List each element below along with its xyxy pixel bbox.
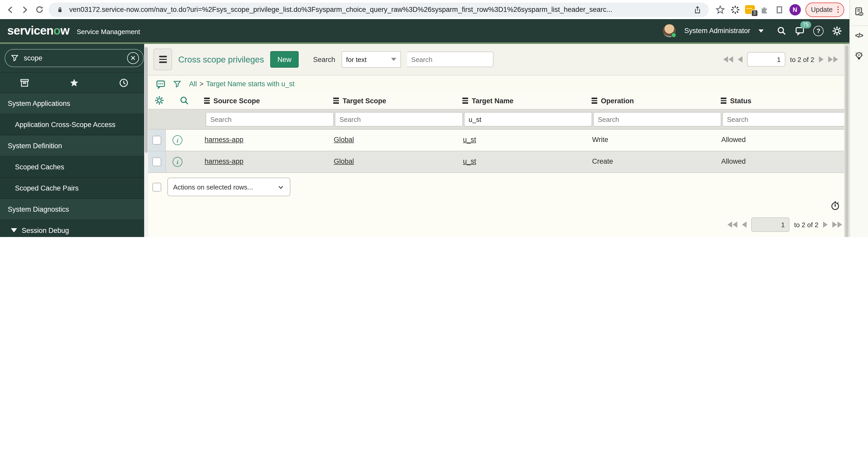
form-preview-icon[interactable] <box>854 7 864 19</box>
new-button[interactable]: New <box>270 51 299 68</box>
reload-icon[interactable] <box>34 4 44 15</box>
navigator-filter[interactable] <box>5 49 144 67</box>
sidebar-item-scoped-cache-pairs[interactable]: Scoped Cache Pairs <box>0 178 148 199</box>
bookmark-star-icon[interactable] <box>715 4 725 15</box>
actions-row: Actions on selected rows... <box>148 178 849 196</box>
address-bar[interactable]: ven03172.service-now.com/nav_to.do?uri=%… <box>49 2 709 17</box>
code-panel-icon[interactable]: </> <box>855 32 863 39</box>
select-caret-icon <box>391 58 396 61</box>
user-menu-caret-icon[interactable] <box>758 29 764 32</box>
list-menu-button[interactable] <box>153 48 172 70</box>
first-page-icon[interactable] <box>723 56 733 63</box>
next-page-icon[interactable] <box>819 56 824 63</box>
list-title[interactable]: Cross scope privileges <box>178 55 264 64</box>
first-page-icon[interactable] <box>727 222 737 228</box>
cell-source-scope[interactable]: harness-app <box>205 158 243 165</box>
column-filter-row <box>148 109 849 130</box>
column-menu-icon[interactable] <box>592 98 597 104</box>
clear-filter-icon[interactable] <box>127 52 139 64</box>
filter-target-scope-input[interactable] <box>335 112 463 127</box>
breadcrumb: All > Target Name starts with u_st <box>148 75 849 93</box>
search-type-select[interactable]: for text <box>342 51 401 68</box>
list-chat-icon[interactable] <box>156 79 165 89</box>
table-row: harness-app Global u_st Create Allowed <box>148 151 849 173</box>
side-panel-icon[interactable] <box>774 4 784 15</box>
filter-target-name-input[interactable] <box>464 112 592 127</box>
user-avatar[interactable] <box>663 24 676 37</box>
last-page-icon[interactable] <box>828 56 838 63</box>
cell-target-scope[interactable]: Global <box>334 158 354 165</box>
filter-source-scope-input[interactable] <box>206 112 334 127</box>
chrome-update-button[interactable]: Update <box>805 2 844 17</box>
cell-operation: Create <box>592 158 613 165</box>
tab-favorites[interactable] <box>49 78 99 88</box>
breadcrumb-filter-link[interactable]: Target Name starts with u_st <box>206 80 294 88</box>
cell-status: Allowed <box>721 158 746 165</box>
sidebar-scrollbar[interactable] <box>144 44 148 237</box>
sidebar-section-system-applications[interactable]: System Applications <box>0 93 148 114</box>
column-header-source-scope[interactable]: Source Scope <box>204 93 260 109</box>
row-checkbox[interactable] <box>152 158 161 166</box>
row-checkbox[interactable] <box>152 136 161 144</box>
sidebar-section-system-definition[interactable]: System Definition <box>0 135 148 157</box>
forward-icon[interactable] <box>20 4 30 15</box>
help-icon[interactable] <box>813 26 824 36</box>
column-header-target-name[interactable]: Target Name <box>462 93 514 109</box>
row-info-icon[interactable] <box>173 135 182 145</box>
column-header-target-scope[interactable]: Target Scope <box>333 93 386 109</box>
filter-operation-input[interactable] <box>593 112 721 127</box>
notes-extension-icon[interactable]: ••• 3 <box>745 5 754 14</box>
list-settings-gear-icon[interactable] <box>154 96 164 107</box>
tab-all-applications[interactable] <box>0 78 49 88</box>
column-menu-icon[interactable] <box>721 98 726 104</box>
sidebar-item-application-cross-scope-access[interactable]: Application Cross-Scope Access <box>0 114 148 135</box>
actions-on-selected-rows-select[interactable]: Actions on selected rows... <box>167 178 290 196</box>
lightbulb-icon[interactable] <box>854 50 864 64</box>
page-number-input[interactable] <box>751 217 789 232</box>
breadcrumb-all-link[interactable]: All <box>189 80 197 88</box>
row-info-icon[interactable] <box>173 157 182 167</box>
collapse-triangle-icon[interactable] <box>11 228 17 232</box>
settings-gear-icon[interactable] <box>832 26 842 36</box>
page-number-input[interactable] <box>747 52 785 67</box>
column-menu-icon[interactable] <box>462 98 468 104</box>
search-label: Search <box>313 56 335 63</box>
global-search-icon[interactable] <box>776 26 786 36</box>
spinner-extension-icon[interactable] <box>730 4 740 15</box>
cell-target-scope[interactable]: Global <box>334 136 354 143</box>
lock-icon <box>55 4 65 15</box>
breadcrumb-separator: > <box>199 80 204 88</box>
notification-badge: 75 <box>800 21 811 28</box>
column-header-status[interactable]: Status <box>721 93 751 109</box>
share-icon[interactable] <box>692 4 703 15</box>
chat-icon[interactable]: 75 <box>795 26 805 36</box>
navigator-filter-input[interactable] <box>23 54 123 63</box>
prev-page-icon[interactable] <box>738 56 742 63</box>
column-header-operation[interactable]: Operation <box>592 93 634 109</box>
browser-menu-icon[interactable] <box>837 6 839 13</box>
prev-page-icon[interactable] <box>742 222 747 228</box>
content-scrollbar[interactable] <box>844 44 849 237</box>
response-time-icon[interactable] <box>830 200 841 213</box>
list-search-input[interactable] <box>407 52 493 67</box>
last-page-icon[interactable] <box>832 222 842 228</box>
update-label: Update <box>811 6 833 13</box>
sidebar-section-system-diagnostics[interactable]: System Diagnostics <box>0 199 148 220</box>
column-menu-icon[interactable] <box>204 98 210 104</box>
select-all-checkbox[interactable] <box>152 182 161 191</box>
column-menu-icon[interactable] <box>333 98 339 104</box>
back-icon[interactable] <box>5 4 16 15</box>
extensions-puzzle-icon[interactable] <box>759 4 770 15</box>
user-name[interactable]: System Administrator <box>684 27 750 35</box>
sidebar-item-scoped-caches[interactable]: Scoped Caches <box>0 157 148 178</box>
tab-history[interactable] <box>99 78 148 88</box>
filter-status-input[interactable] <box>722 112 850 127</box>
column-search-icon[interactable] <box>179 96 189 107</box>
browser-profile-avatar[interactable]: N <box>789 4 801 15</box>
next-page-icon[interactable] <box>823 222 828 228</box>
filter-icon[interactable] <box>173 80 181 88</box>
cell-target-name[interactable]: u_st <box>463 136 476 143</box>
cell-target-name[interactable]: u_st <box>463 158 476 165</box>
cell-source-scope[interactable]: harness-app <box>205 136 243 143</box>
sidebar-item-session-debug[interactable]: Session Debug <box>0 220 148 237</box>
